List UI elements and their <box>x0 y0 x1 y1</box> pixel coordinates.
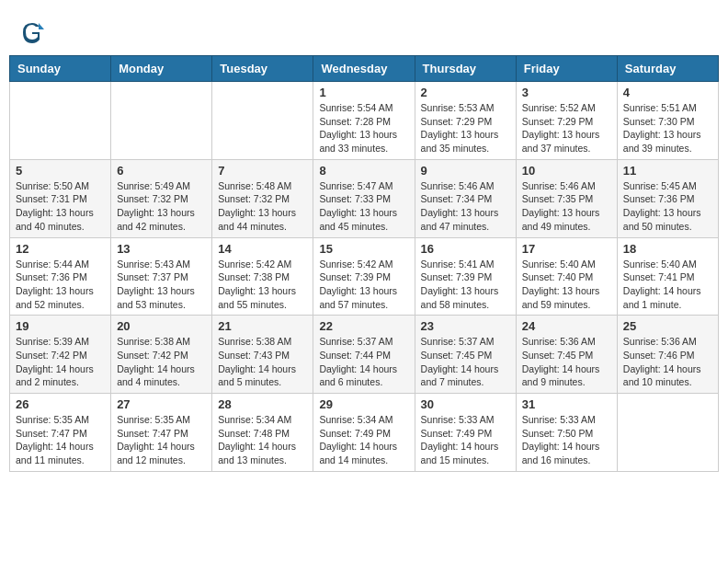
day-number: 11 <box>623 164 712 178</box>
day-number: 10 <box>522 164 611 178</box>
day-number: 2 <box>421 86 510 99</box>
weekday-header-row: SundayMondayTuesdayWednesdayThursdayFrid… <box>10 56 719 82</box>
day-number: 12 <box>16 242 105 256</box>
day-info: Sunrise: 5:41 AMSunset: 7:39 PMDaylight:… <box>421 258 510 312</box>
day-info: Sunrise: 5:35 AMSunset: 7:47 PMDaylight:… <box>16 413 105 467</box>
day-cell: 28Sunrise: 5:34 AMSunset: 7:48 PMDayligh… <box>212 394 313 472</box>
day-info: Sunrise: 5:45 AMSunset: 7:36 PMDaylight:… <box>623 179 712 234</box>
day-info: Sunrise: 5:48 AMSunset: 7:32 PMDaylight:… <box>218 179 307 234</box>
day-info: Sunrise: 5:46 AMSunset: 7:35 PMDaylight:… <box>522 179 611 234</box>
day-cell <box>212 82 313 160</box>
day-cell: 18Sunrise: 5:40 AMSunset: 7:41 PMDayligh… <box>617 237 718 316</box>
day-cell: 12Sunrise: 5:44 AMSunset: 7:36 PMDayligh… <box>10 237 111 316</box>
day-info: Sunrise: 5:34 AMSunset: 7:49 PMDaylight:… <box>319 413 408 467</box>
day-cell: 24Sunrise: 5:36 AMSunset: 7:45 PMDayligh… <box>516 316 617 394</box>
day-number: 26 <box>16 397 105 411</box>
day-info: Sunrise: 5:39 AMSunset: 7:42 PMDaylight:… <box>16 335 105 389</box>
day-number: 28 <box>218 397 307 411</box>
day-number: 24 <box>522 319 611 333</box>
day-number: 14 <box>218 242 307 256</box>
day-cell: 26Sunrise: 5:35 AMSunset: 7:47 PMDayligh… <box>10 394 111 472</box>
day-number: 4 <box>623 86 712 99</box>
logo <box>18 18 50 46</box>
day-cell: 16Sunrise: 5:41 AMSunset: 7:39 PMDayligh… <box>415 237 516 316</box>
day-info: Sunrise: 5:40 AMSunset: 7:40 PMDaylight:… <box>522 258 611 312</box>
day-info: Sunrise: 5:42 AMSunset: 7:39 PMDaylight:… <box>319 258 408 312</box>
day-info: Sunrise: 5:35 AMSunset: 7:47 PMDaylight:… <box>117 413 206 467</box>
day-number: 30 <box>421 397 510 411</box>
day-info: Sunrise: 5:33 AMSunset: 7:49 PMDaylight:… <box>421 413 510 467</box>
week-row-1: 1Sunrise: 5:54 AMSunset: 7:28 PMDaylight… <box>10 82 719 160</box>
day-number: 22 <box>319 319 408 333</box>
day-cell: 11Sunrise: 5:45 AMSunset: 7:36 PMDayligh… <box>617 159 718 237</box>
week-row-4: 19Sunrise: 5:39 AMSunset: 7:42 PMDayligh… <box>10 316 719 394</box>
day-cell: 6Sunrise: 5:49 AMSunset: 7:32 PMDaylight… <box>111 159 212 237</box>
calendar-table: SundayMondayTuesdayWednesdayThursdayFrid… <box>9 55 719 472</box>
day-number: 5 <box>16 164 105 178</box>
weekday-header-friday: Friday <box>516 56 617 82</box>
day-cell: 13Sunrise: 5:43 AMSunset: 7:37 PMDayligh… <box>111 237 212 316</box>
day-cell: 29Sunrise: 5:34 AMSunset: 7:49 PMDayligh… <box>313 394 415 472</box>
day-number: 9 <box>421 164 510 178</box>
day-number: 19 <box>16 319 105 333</box>
day-info: Sunrise: 5:40 AMSunset: 7:41 PMDaylight:… <box>623 258 712 312</box>
day-number: 18 <box>623 242 712 256</box>
day-cell: 10Sunrise: 5:46 AMSunset: 7:35 PMDayligh… <box>516 159 617 237</box>
day-cell: 25Sunrise: 5:36 AMSunset: 7:46 PMDayligh… <box>617 316 718 394</box>
day-number: 1 <box>319 86 408 99</box>
day-cell: 15Sunrise: 5:42 AMSunset: 7:39 PMDayligh… <box>313 237 415 316</box>
day-number: 31 <box>522 397 611 411</box>
day-info: Sunrise: 5:34 AMSunset: 7:48 PMDaylight:… <box>218 413 307 467</box>
day-number: 7 <box>218 164 307 178</box>
weekday-header-wednesday: Wednesday <box>313 56 415 82</box>
week-row-3: 12Sunrise: 5:44 AMSunset: 7:36 PMDayligh… <box>10 237 719 316</box>
day-cell: 2Sunrise: 5:53 AMSunset: 7:29 PMDaylight… <box>415 82 516 160</box>
day-number: 15 <box>319 242 408 256</box>
day-info: Sunrise: 5:37 AMSunset: 7:44 PMDaylight:… <box>319 335 408 389</box>
logo-icon <box>18 18 46 46</box>
day-cell: 7Sunrise: 5:48 AMSunset: 7:32 PMDaylight… <box>212 159 313 237</box>
day-info: Sunrise: 5:50 AMSunset: 7:31 PMDaylight:… <box>16 179 105 234</box>
week-row-5: 26Sunrise: 5:35 AMSunset: 7:47 PMDayligh… <box>10 394 719 472</box>
weekday-header-saturday: Saturday <box>617 56 718 82</box>
day-cell: 17Sunrise: 5:40 AMSunset: 7:40 PMDayligh… <box>516 237 617 316</box>
day-cell: 21Sunrise: 5:38 AMSunset: 7:43 PMDayligh… <box>212 316 313 394</box>
day-number: 29 <box>319 397 408 411</box>
day-cell <box>111 82 212 160</box>
day-info: Sunrise: 5:47 AMSunset: 7:33 PMDaylight:… <box>319 179 408 234</box>
day-number: 13 <box>117 242 206 256</box>
day-number: 3 <box>522 86 611 99</box>
day-cell: 23Sunrise: 5:37 AMSunset: 7:45 PMDayligh… <box>415 316 516 394</box>
day-cell: 3Sunrise: 5:52 AMSunset: 7:29 PMDaylight… <box>516 82 617 160</box>
day-cell: 20Sunrise: 5:38 AMSunset: 7:42 PMDayligh… <box>111 316 212 394</box>
day-info: Sunrise: 5:33 AMSunset: 7:50 PMDaylight:… <box>522 413 611 467</box>
day-number: 27 <box>117 397 206 411</box>
day-info: Sunrise: 5:43 AMSunset: 7:37 PMDaylight:… <box>117 258 206 312</box>
day-cell: 4Sunrise: 5:51 AMSunset: 7:30 PMDaylight… <box>617 82 718 160</box>
weekday-header-thursday: Thursday <box>415 56 516 82</box>
day-number: 25 <box>623 319 712 333</box>
day-cell: 31Sunrise: 5:33 AMSunset: 7:50 PMDayligh… <box>516 394 617 472</box>
day-number: 21 <box>218 319 307 333</box>
page-header <box>9 9 719 51</box>
weekday-header-tuesday: Tuesday <box>212 56 313 82</box>
day-number: 8 <box>319 164 408 178</box>
day-info: Sunrise: 5:51 AMSunset: 7:30 PMDaylight:… <box>623 101 712 155</box>
day-number: 17 <box>522 242 611 256</box>
day-info: Sunrise: 5:46 AMSunset: 7:34 PMDaylight:… <box>421 179 510 234</box>
day-info: Sunrise: 5:37 AMSunset: 7:45 PMDaylight:… <box>421 335 510 389</box>
day-cell: 5Sunrise: 5:50 AMSunset: 7:31 PMDaylight… <box>10 159 111 237</box>
weekday-header-sunday: Sunday <box>10 56 111 82</box>
day-cell <box>10 82 111 160</box>
day-number: 6 <box>117 164 206 178</box>
day-cell: 30Sunrise: 5:33 AMSunset: 7:49 PMDayligh… <box>415 394 516 472</box>
day-info: Sunrise: 5:38 AMSunset: 7:43 PMDaylight:… <box>218 335 307 389</box>
day-cell: 19Sunrise: 5:39 AMSunset: 7:42 PMDayligh… <box>10 316 111 394</box>
day-cell <box>617 394 718 472</box>
day-number: 20 <box>117 319 206 333</box>
day-cell: 14Sunrise: 5:42 AMSunset: 7:38 PMDayligh… <box>212 237 313 316</box>
day-cell: 22Sunrise: 5:37 AMSunset: 7:44 PMDayligh… <box>313 316 415 394</box>
day-info: Sunrise: 5:53 AMSunset: 7:29 PMDaylight:… <box>421 101 510 155</box>
day-number: 16 <box>421 242 510 256</box>
day-info: Sunrise: 5:38 AMSunset: 7:42 PMDaylight:… <box>117 335 206 389</box>
